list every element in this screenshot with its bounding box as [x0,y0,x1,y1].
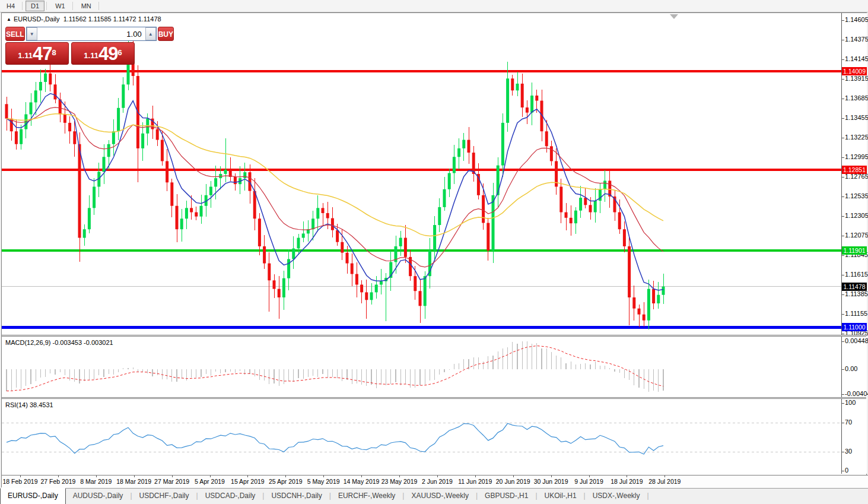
volume-increase-icon[interactable]: ▲ [145,27,156,40]
volume-stepper: ▼ ▲ [26,27,157,41]
date-label: 5 Apr 2019 [195,478,225,485]
timeframe-button-h4[interactable]: H4 [1,1,20,11]
date-label: 23 May 2019 [381,478,418,485]
date-tick [361,476,362,477]
chart-tab-usdchf[interactable]: USDCHF-,Daily [132,489,196,504]
sell-button[interactable]: SELL [5,27,25,41]
timeframe-toolbar: H4D1W1MN [0,0,868,12]
date-tick [399,476,400,477]
price-axis[interactable]: 1.146051.143751.141451.139151.136851.134… [841,13,867,474]
price-level-label-current-bid: 1.11478 [842,283,867,291]
macd-indicator-label: MACD(12,26,9) -0.003453 -0.003021 [5,339,113,346]
volume-input[interactable] [37,27,145,40]
rsi-axis-label: 100 [845,399,856,406]
date-label: 27 Mar 2019 [154,478,189,485]
date-label: 5 May 2019 [307,478,340,485]
price-tick-label: 1.12075 [845,232,868,239]
macd-axis-label: -0.004048 [845,390,868,397]
date-label: 9 Jul 2019 [574,478,603,485]
date-tick [96,476,97,477]
timeframe-button-mn[interactable]: MN [76,1,97,11]
chart-tab-usdcnh[interactable]: USDCNH-,Daily [264,489,329,504]
chart-panes [2,13,841,474]
price-tick-label: 1.11615 [845,271,868,278]
chart-window: ▲EURUSD-,Daily 1.11562 1.11585 1.11472 1… [1,12,867,487]
hline-current-bid [2,286,841,287]
price-level-label-resistance-2: 1.12851 [842,166,867,174]
date-tick [551,476,552,477]
date-label: 25 Apr 2019 [269,478,303,485]
date-tick [513,476,514,477]
date-label: 15 Apr 2019 [231,478,265,485]
date-tick [285,476,286,477]
date-axis[interactable]: 18 Feb 201927 Feb 20198 Mar 201918 Mar 2… [2,475,868,488]
hline-resistance-2 [2,169,841,171]
price-tick-label: 1.14145 [845,55,868,62]
rsi-axis-label: 0 [845,467,848,474]
chart-tab-eurusd[interactable]: EURUSD-,Daily [0,488,66,504]
buy-price-button[interactable]: 1.11496 [71,42,135,65]
symbol-timeframe-label: EURUSD-,Daily [14,15,60,23]
ohlc-header: ▲EURUSD-,Daily 1.11562 1.11585 1.11472 1… [7,15,161,23]
chart-tab-usdcad[interactable]: USDCAD-,Daily [198,489,263,504]
price-level-label-support-1: 1.11901 [842,246,867,255]
price-tick-label: 1.12995 [845,153,868,160]
date-label: 20 Jun 2019 [496,478,530,485]
macd-axis-label: 0.00 [845,365,857,372]
rsi-pane[interactable] [2,399,841,474]
date-tick [589,476,590,477]
chart-tab-eurchf[interactable]: EURCHF-,Weekly [331,489,402,504]
sell-price-button[interactable]: 1.11478 [5,42,69,65]
pane-separator-1[interactable] [2,335,866,337]
chart-shift-marker[interactable] [670,14,678,19]
price-tick-label: 1.12765 [845,173,868,180]
chart-tab-usdx[interactable]: USDX-,Weekly [586,489,647,504]
date-tick [210,476,211,477]
price-tick-label: 1.12535 [845,192,868,199]
rsi-indicator-label: RSI(14) 38.4531 [5,401,53,408]
buy-price-pip: 6 [117,43,122,63]
chart-tab-ukoil[interactable]: UKOil-,H1 [538,489,584,504]
date-label: 28 Jul 2019 [648,478,681,485]
sell-price-pip: 8 [52,43,56,63]
price-tick-label: 1.13685 [845,94,868,102]
price-level-label-resistance-1: 1.14009 [842,67,867,75]
toolbar-separator [46,2,47,10]
date-label: 11 Jun 2019 [458,478,492,485]
buy-price-prefix: 1.11 [84,49,98,63]
macd-pane[interactable] [2,337,841,397]
price-level-label-support-2: 1.11000 [842,323,867,331]
pane-separator-2[interactable] [2,397,866,399]
chart-tab-gbpusd[interactable]: GBPUSD-,H1 [478,489,535,504]
price-tick-label: 1.13455 [845,114,868,121]
toolbar-separator [72,2,73,10]
date-tick [323,476,324,477]
date-tick [58,476,59,477]
collapse-trade-panel-icon[interactable]: ▲ [7,17,11,22]
date-label: 8 Mar 2019 [80,478,112,485]
date-label: 18 Mar 2019 [116,478,151,485]
date-tick [664,476,665,477]
volume-decrease-icon[interactable]: ▼ [27,27,37,40]
chart-tab-audusd[interactable]: AUDUSD-,Daily [66,489,131,504]
price-tick-label: 1.14605 [845,16,868,23]
timeframe-button-w1[interactable]: W1 [50,1,71,11]
toolbar-separator [98,2,99,10]
date-label: 30 Jun 2019 [534,478,568,485]
price-tick-label: 1.13225 [845,134,868,141]
price-tick-label: 1.11155 [845,310,867,317]
tab-separator: | [647,489,649,504]
date-label: 18 Jul 2019 [611,478,643,485]
date-tick [475,476,476,477]
date-label: 2 Jun 2019 [422,478,453,485]
timeframe-button-d1[interactable]: D1 [26,1,44,11]
chart-tab-xauusd[interactable]: XAUUSD-,Weekly [404,489,475,504]
toolbar-separator [22,2,23,10]
sell-price-main: 47 [33,45,52,63]
price-tick-label: 1.14375 [845,36,868,43]
buy-button[interactable]: BUY [158,27,174,41]
chart-tab-bar: EURUSD-,DailyAUDUSD-,Daily|USDCHF-,Daily… [0,488,868,504]
date-label: 14 May 2019 [344,478,380,485]
date-tick [627,476,627,477]
sell-price-prefix: 1.11 [18,49,33,63]
